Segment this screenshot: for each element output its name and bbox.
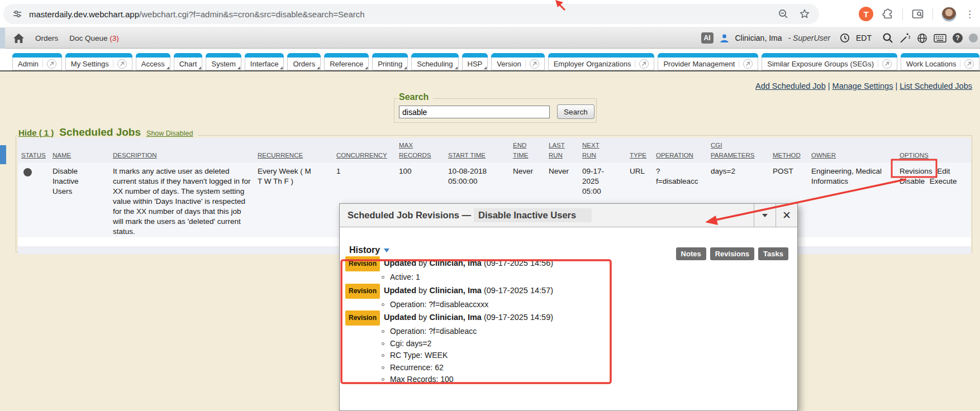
link-add-scheduled-job[interactable]: Add Scheduled Job [755, 82, 826, 90]
column-header-end-time[interactable]: END TIME [510, 140, 545, 160]
url-bar[interactable]: masterdaily.dev.webchart.app/webchart.cg… [3, 4, 819, 24]
tab-search-icon[interactable] [911, 8, 924, 20]
dropdown-corner-icon [166, 66, 169, 69]
orders-link[interactable]: Orders [35, 34, 58, 42]
cell-owner: Engineering, Medical Informatics [808, 163, 896, 237]
extensions-puzzle-icon[interactable] [882, 8, 894, 20]
help-icon[interactable]: ? [953, 33, 963, 43]
bookmark-star-icon[interactable] [799, 8, 810, 20]
column-header-type[interactable]: TYPE [626, 150, 653, 160]
url-text: masterdaily.dev.webchart.app/webchart.cg… [29, 9, 365, 19]
tab-chart[interactable]: Chart [174, 53, 203, 70]
option-link-disable[interactable]: Disable [900, 177, 925, 185]
revision-detail: Operation: ?f=disableacc [345, 326, 681, 338]
tab-provider-management[interactable]: Provider Management [658, 53, 758, 70]
zoom-out-icon[interactable] [778, 8, 789, 20]
revision-detail: Operation: ?f=disableaccxxx [345, 299, 681, 311]
tab-my-settings[interactable]: My Settings [65, 53, 132, 70]
tab-access[interactable]: Access [136, 53, 170, 70]
bullet-icon [382, 342, 384, 345]
external-link-icon [47, 59, 56, 69]
tab-accent-bar [174, 53, 203, 58]
dialog-titlebar: Scheduled Job Revisions — Disable Inacti… [340, 204, 797, 227]
revision-header: RevisionUpdated by Clinician, Ima (09-17… [345, 284, 681, 299]
revision-detail: Max Records: 100 [345, 374, 681, 386]
search-input[interactable] [399, 106, 550, 118]
column-header-last-run[interactable]: LAST RUN [545, 140, 579, 160]
tab-interface[interactable]: Interface [245, 53, 284, 70]
revision-badge: Revision [345, 284, 380, 299]
url-path: /webchart.cgi?f=admin&s=cron&src=disable… [139, 9, 365, 19]
column-header-concurrency[interactable]: CONCURRENCY [333, 150, 396, 160]
tab-accent-bar [136, 53, 170, 58]
link-manage-settings[interactable]: Manage Settings [832, 82, 893, 90]
clock-icon[interactable] [840, 33, 850, 43]
tab-system[interactable]: System [206, 53, 241, 70]
tab-admin[interactable]: Admin [12, 53, 62, 70]
column-header-description[interactable]: DESCRIPTION [110, 150, 254, 160]
browser-menu-icon[interactable]: ⋮ [965, 8, 974, 20]
history-section-label[interactable]: History [349, 245, 389, 255]
external-link-icon [639, 59, 649, 69]
search-fieldset: Search Search [394, 98, 597, 123]
user-name[interactable]: Clinician, Ima [735, 34, 782, 42]
tab-accent-bar [762, 53, 897, 58]
column-header-name[interactable]: NAME [49, 150, 110, 160]
tasks-button[interactable]: Tasks [758, 247, 788, 260]
column-header-status[interactable]: STATUS [18, 150, 49, 160]
tab-reference[interactable]: Reference [324, 53, 369, 70]
tab-accent-bar [411, 53, 458, 58]
profile-avatar[interactable] [941, 7, 957, 22]
wand-icon[interactable] [900, 32, 911, 44]
tab-work-locations[interactable]: Work Locations [901, 53, 979, 70]
tab-printing[interactable]: Printing [372, 53, 408, 70]
column-header-max-records[interactable]: MAX RECORDS [396, 140, 445, 160]
status-dot-icon [23, 168, 32, 176]
doc-queue-link[interactable]: Doc Queue (3) [69, 34, 119, 42]
revision-header: RevisionUpdated by Clinician, Ima (09-17… [345, 310, 681, 326]
tab-orders[interactable]: Orders [287, 53, 321, 70]
option-link-execute[interactable]: Execute [930, 177, 957, 185]
column-header-operation[interactable]: OPERATION [653, 150, 707, 160]
search-icon[interactable] [882, 32, 893, 44]
globe-icon[interactable] [917, 33, 927, 44]
scheduled-jobs-legend: Hide ( 1 ) Scheduled Jobs Show Disabled [17, 126, 198, 138]
tab-accent-bar [287, 53, 321, 58]
column-header-recurrence[interactable]: RECURRENCE [254, 150, 333, 160]
link-list-scheduled-jobs[interactable]: List Scheduled Jobs [900, 82, 972, 90]
external-link-icon [530, 59, 539, 69]
timezone-label: EDT [856, 34, 872, 42]
home-icon[interactable] [13, 34, 24, 43]
column-header-owner[interactable]: OWNER [808, 150, 896, 160]
option-link-revisions[interactable]: Revisions [900, 167, 933, 175]
column-header-next-run[interactable]: NEXT RUN [579, 140, 626, 160]
tab-employer-organizations[interactable]: Employer Organizations [548, 53, 655, 70]
tab-accent-bar [658, 53, 758, 58]
doc-queue-count: (3) [110, 34, 119, 42]
search-button[interactable]: Search [557, 104, 594, 119]
column-header-start-time[interactable]: START TIME [445, 150, 510, 160]
column-header-options[interactable]: OPTIONS [896, 150, 968, 160]
user-role: - SuperUser [788, 34, 830, 42]
site-settings-icon[interactable] [12, 9, 22, 19]
tab-similar-exposure-groups-segs[interactable]: Similar Exposure Groups (SEGs) [762, 53, 897, 70]
tab-version[interactable]: Version [491, 53, 544, 70]
ai-badge[interactable]: AI [701, 32, 713, 44]
tab-accent-bar [245, 53, 284, 58]
bullet-icon [382, 378, 384, 381]
tab-accent-bar [324, 53, 369, 58]
keyboard-icon[interactable] [934, 34, 946, 43]
column-header-cgi-parameters[interactable]: CGI PARAMETERS [707, 140, 769, 160]
column-header-method[interactable]: METHOD [769, 150, 808, 160]
option-link-edit[interactable]: Edit [937, 167, 950, 175]
extension-t-icon[interactable]: T [859, 7, 873, 21]
show-disabled-link[interactable]: Show Disabled [146, 130, 193, 137]
dialog-collapse-button[interactable] [754, 204, 776, 227]
dialog-close-button[interactable]: ✕ [776, 204, 797, 227]
tab-hsp[interactable]: HSP [462, 53, 488, 70]
hide-link[interactable]: Hide ( 1 ) [18, 128, 54, 137]
divider [113, 60, 113, 68]
revisions-button[interactable]: Revisions [710, 247, 754, 260]
table-header-row: STATUSNAMEDESCRIPTIONRECURRENCECONCURREN… [18, 138, 971, 163]
tab-scheduling[interactable]: Scheduling [411, 53, 458, 70]
